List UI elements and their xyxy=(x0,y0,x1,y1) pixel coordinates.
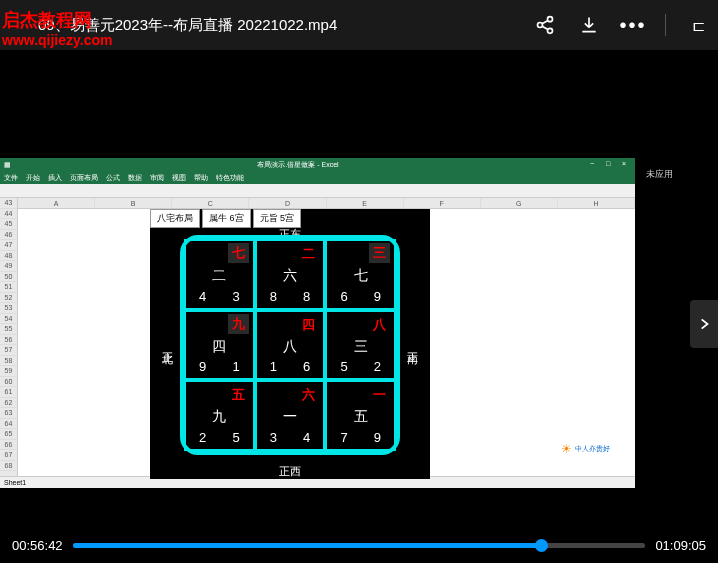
svg-point-1 xyxy=(538,23,543,28)
colhead[interactable]: F xyxy=(404,198,481,208)
rownum[interactable]: 67 xyxy=(0,450,17,461)
rownum[interactable]: 66 xyxy=(0,440,17,451)
rownum[interactable]: 43 xyxy=(0,198,17,209)
rownum[interactable]: 53 xyxy=(0,303,17,314)
bottom-right: 9 xyxy=(374,430,381,445)
bottom-left: 8 xyxy=(270,289,277,304)
download-icon[interactable] xyxy=(577,13,601,37)
ribbon-tab[interactable]: 审阅 xyxy=(150,173,164,183)
video-title: 09、易善元2023年--布局直播 20221022.mp4 xyxy=(38,16,337,35)
bottom-left: 7 xyxy=(340,430,347,445)
progress-thumb[interactable] xyxy=(535,539,548,552)
svg-point-2 xyxy=(548,28,553,33)
ribbon-tab[interactable]: 文件 xyxy=(4,173,18,183)
ribbon-tab[interactable]: 视图 xyxy=(172,173,186,183)
colhead[interactable]: C xyxy=(172,198,249,208)
colhead[interactable]: G xyxy=(481,198,558,208)
excel-window: ▦ 布局演示.借星做案 - Excel − □ × 文件 开始 插入 页面布局 … xyxy=(0,158,635,488)
red-num: 六 xyxy=(302,386,315,404)
rownum[interactable]: 54 xyxy=(0,314,17,325)
rownum[interactable]: 64 xyxy=(0,419,17,430)
center-num: 二 xyxy=(212,267,226,285)
colhead[interactable]: A xyxy=(18,198,95,208)
maximize-button[interactable]: □ xyxy=(601,160,615,170)
chart-tab-1[interactable]: 八宅布局 xyxy=(150,209,200,228)
rownum[interactable]: 55 xyxy=(0,324,17,335)
rownum[interactable]: 61 xyxy=(0,387,17,398)
video-header: 09、易善元2023年--布局直播 20221022.mp4 ••• ⊏ xyxy=(0,0,718,50)
red-num: 三 xyxy=(369,243,390,263)
ribbon-tab[interactable]: 公式 xyxy=(106,173,120,183)
rownum[interactable]: 63 xyxy=(0,408,17,419)
rownum[interactable]: 68 xyxy=(0,461,17,472)
next-video-button[interactable] xyxy=(690,300,718,348)
bottom-left: 9 xyxy=(199,359,206,374)
luoshu-cell-5: 四 八 16 xyxy=(255,310,326,381)
excel-titlebar: ▦ 布局演示.借星做案 - Excel − □ × xyxy=(0,158,635,172)
red-num: 九 xyxy=(228,314,249,334)
rownum[interactable]: 47 xyxy=(0,240,17,251)
center-num: 九 xyxy=(212,408,226,426)
center-num: 七 xyxy=(354,267,368,285)
ribbon-tab[interactable]: 帮助 xyxy=(194,173,208,183)
current-time: 00:56:42 xyxy=(12,538,63,553)
sheet-tab[interactable]: Sheet1 xyxy=(4,479,26,486)
rownum[interactable]: 48 xyxy=(0,251,17,262)
rownum[interactable]: 52 xyxy=(0,293,17,304)
colhead[interactable]: B xyxy=(95,198,172,208)
ribbon-tab[interactable]: 特色功能 xyxy=(216,173,244,183)
svg-point-0 xyxy=(548,17,553,22)
ribbon-tab[interactable]: 开始 xyxy=(26,173,40,183)
chart-tab-3[interactable]: 元旨 5宫 xyxy=(253,209,302,228)
rownum[interactable]: 44 xyxy=(0,209,17,220)
video-viewport: 未应用 ▦ 布局演示.借星做案 - Excel − □ × 文件 开始 插入 页… xyxy=(0,50,718,528)
sidebar-label: 未应用 xyxy=(646,168,673,181)
excel-content: A B C D E F G H 八宅布局 属牛 6宫 元旨 5宫 xyxy=(18,198,635,476)
red-num: 四 xyxy=(302,316,315,334)
red-num: 八 xyxy=(373,316,386,334)
chart-tab-2[interactable]: 属牛 6宫 xyxy=(202,209,251,228)
bottom-text: 中人亦贵好 xyxy=(575,444,610,454)
row-numbers: 43 44 45 46 47 48 49 50 51 52 53 54 55 5… xyxy=(0,198,18,476)
colhead[interactable]: H xyxy=(558,198,635,208)
rownum[interactable]: 59 xyxy=(0,366,17,377)
divider xyxy=(665,14,666,36)
excel-ribbon: 文件 开始 插入 页面布局 公式 数据 审阅 视图 帮助 特色功能 xyxy=(0,172,635,184)
collapse-icon[interactable]: ⊏ xyxy=(686,13,710,37)
rownum[interactable]: 62 xyxy=(0,398,17,409)
rownum[interactable]: 50 xyxy=(0,272,17,283)
progress-bar[interactable] xyxy=(73,543,646,548)
bottom-right: 1 xyxy=(232,359,239,374)
ribbon-tab[interactable]: 页面布局 xyxy=(70,173,98,183)
rownum[interactable]: 45 xyxy=(0,219,17,230)
luoshu-cell-1: 七 二 43 xyxy=(184,239,255,310)
luoshu-cell-4: 九 四 91 xyxy=(184,310,255,381)
bottom-left: 1 xyxy=(270,359,277,374)
excel-body: 43 44 45 46 47 48 49 50 51 52 53 54 55 5… xyxy=(0,198,635,476)
luoshu-cell-9: 一 五 79 xyxy=(325,380,396,451)
rownum[interactable]: 46 xyxy=(0,230,17,241)
close-button[interactable]: × xyxy=(617,160,631,170)
colhead[interactable]: D xyxy=(249,198,326,208)
red-num: 七 xyxy=(228,243,249,263)
rownum[interactable]: 49 xyxy=(0,261,17,272)
rownum[interactable]: 56 xyxy=(0,335,17,346)
ribbon-tab[interactable]: 插入 xyxy=(48,173,62,183)
luoshu-cell-8: 六 一 34 xyxy=(255,380,326,451)
ribbon-tab[interactable]: 数据 xyxy=(128,173,142,183)
minimize-button[interactable]: − xyxy=(585,160,599,170)
colhead[interactable]: E xyxy=(327,198,404,208)
rownum[interactable]: 65 xyxy=(0,429,17,440)
rownum[interactable]: 51 xyxy=(0,282,17,293)
center-num: 四 xyxy=(212,338,226,356)
luoshu-cell-2: 二 六 88 xyxy=(255,239,326,310)
center-num: 一 xyxy=(283,408,297,426)
rownum[interactable]: 57 xyxy=(0,345,17,356)
center-num: 五 xyxy=(354,408,368,426)
rownum[interactable]: 60 xyxy=(0,377,17,388)
share-icon[interactable] xyxy=(533,13,557,37)
sun-icon: ☀ xyxy=(561,442,572,456)
more-options-icon[interactable]: ••• xyxy=(621,13,645,37)
rownum[interactable]: 58 xyxy=(0,356,17,367)
luoshu-grid: 七 二 43 二 六 88 三 七 69 xyxy=(180,235,400,455)
